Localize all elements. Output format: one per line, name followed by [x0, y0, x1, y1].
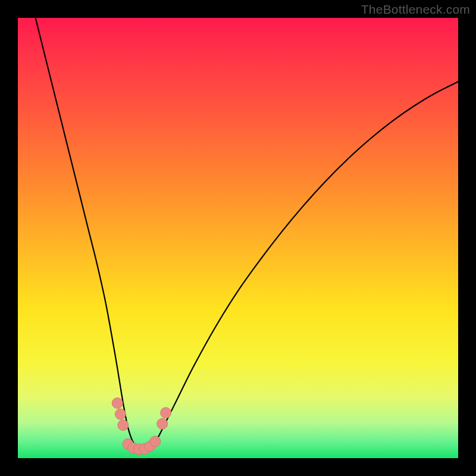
curve-marker	[112, 398, 123, 409]
curve-svg	[18, 18, 458, 458]
chart-stage: TheBottleneck.com	[0, 0, 476, 476]
watermark-text: TheBottleneck.com	[361, 2, 470, 17]
curve-markers	[112, 398, 171, 455]
curve-marker	[161, 408, 171, 418]
curve-marker	[150, 436, 161, 447]
curve-marker	[118, 420, 129, 431]
plot-area	[18, 18, 458, 458]
curve-marker	[157, 418, 168, 429]
bottleneck-curve	[36, 18, 458, 450]
curve-marker	[115, 409, 126, 419]
